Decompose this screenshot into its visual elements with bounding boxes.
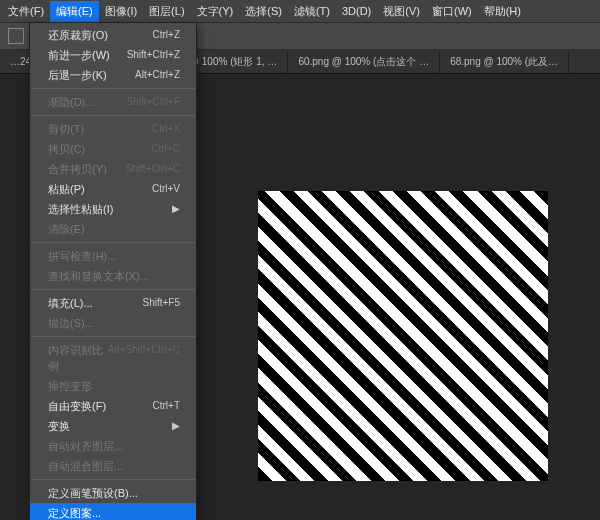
menu-item-label: 拷贝(C): [48, 141, 85, 157]
menu-item[interactable]: 定义画笔预设(B)...: [30, 483, 196, 503]
menu-3d[interactable]: 3D(D): [336, 2, 377, 20]
menu-item: 操控变形: [30, 376, 196, 396]
menu-shortcut: Ctrl+V: [152, 181, 180, 197]
menu-shortcut: Alt+Shift+Ctrl+C: [108, 342, 180, 374]
menu-separator: [31, 289, 195, 290]
menu-item[interactable]: 还原裁剪(O)Ctrl+Z: [30, 25, 196, 45]
menu-item: 自动混合图层...: [30, 456, 196, 476]
menu-item-label: 合并拷贝(Y): [48, 161, 107, 177]
menu-item-label: 粘贴(P): [48, 181, 85, 197]
document-canvas[interactable]: [258, 191, 548, 481]
menu-item-label: 查找和替换文本(X)...: [48, 268, 149, 284]
menu-shortcut: Ctrl+Z: [153, 27, 181, 43]
menu-item-label: 前进一步(W): [48, 47, 110, 63]
menu-item-label: 定义图案...: [48, 505, 101, 520]
menu-item-label: 填充(L)...: [48, 295, 93, 311]
menu-item-label: 渐隐(D)...: [48, 94, 94, 110]
menu-separator: [31, 336, 195, 337]
menu-item: 渐隐(D)...Shift+Ctrl+F: [30, 92, 196, 112]
menu-item-label: 剪切(T): [48, 121, 84, 137]
menu-file[interactable]: 文件(F): [2, 1, 50, 22]
menu-shortcut: Shift+Ctrl+Z: [127, 47, 180, 63]
menu-item: 查找和替换文本(X)...: [30, 266, 196, 286]
menu-item[interactable]: 后退一步(K)Alt+Ctrl+Z: [30, 65, 196, 85]
menu-separator: [31, 115, 195, 116]
menu-item[interactable]: 自由变换(F)Ctrl+T: [30, 396, 196, 416]
menu-separator: [31, 242, 195, 243]
diagonal-stripe-pattern: [258, 191, 548, 481]
menu-item[interactable]: 定义图案...: [30, 503, 196, 520]
menu-item-label: 定义画笔预设(B)...: [48, 485, 138, 501]
submenu-arrow-icon: ▶: [172, 201, 180, 217]
menu-shortcut: Ctrl+C: [151, 141, 180, 157]
menu-window[interactable]: 窗口(W): [426, 1, 478, 22]
menu-select[interactable]: 选择(S): [239, 1, 288, 22]
tool-preset-icon[interactable]: [8, 28, 24, 44]
tab-document[interactable]: 60.png @ 100% (点击这个 …: [288, 51, 440, 73]
menu-item[interactable]: 填充(L)...Shift+F5: [30, 293, 196, 313]
menu-item: 合并拷贝(Y)Shift+Ctrl+C: [30, 159, 196, 179]
menu-item-label: 选择性粘贴(I): [48, 201, 113, 217]
menubar: 文件(F) 编辑(E) 图像(I) 图层(L) 文字(Y) 选择(S) 滤镜(T…: [0, 0, 600, 22]
menu-item-label: 拼写检查(H)...: [48, 248, 116, 264]
menu-item-label: 内容识别比例: [48, 342, 108, 374]
menu-image[interactable]: 图像(I): [99, 1, 143, 22]
menu-item: 拼写检查(H)...: [30, 246, 196, 266]
menu-layer[interactable]: 图层(L): [143, 1, 190, 22]
edit-dropdown-menu: 还原裁剪(O)Ctrl+Z前进一步(W)Shift+Ctrl+Z后退一步(K)A…: [29, 22, 197, 520]
menu-item: 自动对齐图层...: [30, 436, 196, 456]
tab-document[interactable]: 68.png @ 100% (此及…: [440, 51, 569, 73]
menu-item[interactable]: 变换▶: [30, 416, 196, 436]
menu-type[interactable]: 文字(Y): [191, 1, 240, 22]
menu-item-label: 清除(E): [48, 221, 85, 237]
menu-item[interactable]: 前进一步(W)Shift+Ctrl+Z: [30, 45, 196, 65]
menu-item: 内容识别比例Alt+Shift+Ctrl+C: [30, 340, 196, 376]
menu-item: 清除(E): [30, 219, 196, 239]
menu-item: 剪切(T)Ctrl+X: [30, 119, 196, 139]
menu-item: 描边(S)...: [30, 313, 196, 333]
menu-edit[interactable]: 编辑(E): [50, 1, 99, 22]
menu-item-label: 操控变形: [48, 378, 92, 394]
menu-shortcut: Shift+F5: [142, 295, 180, 311]
menu-item[interactable]: 选择性粘贴(I)▶: [30, 199, 196, 219]
menu-item-label: 后退一步(K): [48, 67, 107, 83]
menu-item-label: 变换: [48, 418, 70, 434]
menu-item[interactable]: 粘贴(P)Ctrl+V: [30, 179, 196, 199]
menu-item-label: 还原裁剪(O): [48, 27, 108, 43]
menu-shortcut: Shift+Ctrl+F: [127, 94, 180, 110]
menu-separator: [31, 88, 195, 89]
menu-item-label: 描边(S)...: [48, 315, 94, 331]
menu-shortcut: Ctrl+X: [152, 121, 180, 137]
menu-item: 拷贝(C)Ctrl+C: [30, 139, 196, 159]
menu-shortcut: Ctrl+T: [153, 398, 181, 414]
menu-item-label: 自动混合图层...: [48, 458, 123, 474]
submenu-arrow-icon: ▶: [172, 418, 180, 434]
menu-separator: [31, 479, 195, 480]
menu-shortcut: Alt+Ctrl+Z: [135, 67, 180, 83]
menu-item-label: 自动对齐图层...: [48, 438, 123, 454]
menu-filter[interactable]: 滤镜(T): [288, 1, 336, 22]
menu-help[interactable]: 帮助(H): [478, 1, 527, 22]
menu-shortcut: Shift+Ctrl+C: [126, 161, 180, 177]
menu-view[interactable]: 视图(V): [377, 1, 426, 22]
menu-item-label: 自由变换(F): [48, 398, 106, 414]
